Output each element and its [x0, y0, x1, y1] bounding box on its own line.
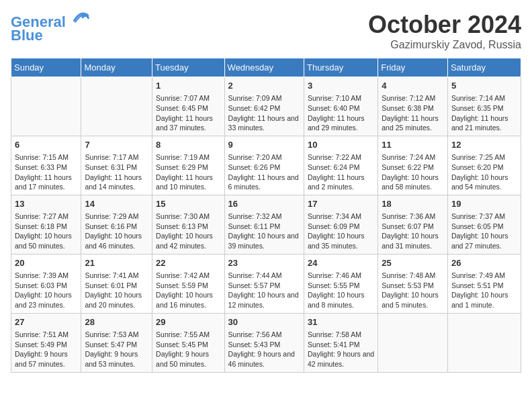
calendar-cell: 12Sunrise: 7:25 AM Sunset: 6:20 PM Dayli…	[447, 136, 521, 195]
day-number: 7	[85, 139, 148, 151]
weekday-header-wednesday: Wednesday	[224, 58, 304, 77]
day-detail: Sunrise: 7:15 AM Sunset: 6:33 PM Dayligh…	[15, 152, 77, 192]
day-number: 26	[451, 257, 517, 269]
calendar-cell	[81, 77, 152, 136]
day-number: 21	[85, 257, 148, 269]
day-detail: Sunrise: 7:17 AM Sunset: 6:31 PM Dayligh…	[85, 152, 148, 192]
calendar-cell: 3Sunrise: 7:10 AM Sunset: 6:40 PM Daylig…	[304, 77, 378, 136]
calendar-cell: 25Sunrise: 7:48 AM Sunset: 5:53 PM Dayli…	[378, 254, 448, 313]
calendar-cell	[378, 313, 448, 372]
calendar-cell: 10Sunrise: 7:22 AM Sunset: 6:24 PM Dayli…	[304, 136, 378, 195]
day-number: 30	[228, 316, 300, 328]
day-number: 10	[308, 139, 374, 151]
weekday-header-thursday: Thursday	[304, 58, 378, 77]
calendar-cell: 20Sunrise: 7:39 AM Sunset: 6:03 PM Dayli…	[11, 254, 81, 313]
day-detail: Sunrise: 7:20 AM Sunset: 6:26 PM Dayligh…	[228, 152, 300, 192]
calendar-cell: 7Sunrise: 7:17 AM Sunset: 6:31 PM Daylig…	[81, 136, 152, 195]
calendar-cell: 31Sunrise: 7:58 AM Sunset: 5:41 PM Dayli…	[304, 313, 378, 372]
calendar-week-row: 1Sunrise: 7:07 AM Sunset: 6:45 PM Daylig…	[11, 77, 521, 136]
calendar-cell	[11, 77, 81, 136]
day-number: 4	[382, 80, 444, 92]
day-detail: Sunrise: 7:37 AM Sunset: 6:05 PM Dayligh…	[451, 212, 517, 251]
day-detail: Sunrise: 7:25 AM Sunset: 6:20 PM Dayligh…	[451, 152, 517, 192]
day-number: 20	[15, 257, 77, 269]
calendar-cell: 1Sunrise: 7:07 AM Sunset: 6:45 PM Daylig…	[152, 77, 224, 136]
day-detail: Sunrise: 7:36 AM Sunset: 6:07 PM Dayligh…	[382, 212, 444, 251]
day-number: 3	[308, 80, 374, 92]
weekday-header-sunday: Sunday	[11, 58, 81, 77]
day-number: 9	[228, 139, 300, 151]
day-detail: Sunrise: 7:19 AM Sunset: 6:29 PM Dayligh…	[156, 152, 220, 192]
day-detail: Sunrise: 7:41 AM Sunset: 6:01 PM Dayligh…	[85, 271, 148, 310]
calendar-cell: 29Sunrise: 7:55 AM Sunset: 5:45 PM Dayli…	[152, 313, 224, 372]
calendar-cell: 27Sunrise: 7:51 AM Sunset: 5:49 PM Dayli…	[11, 313, 81, 372]
day-detail: Sunrise: 7:07 AM Sunset: 6:45 PM Dayligh…	[156, 93, 220, 133]
day-detail: Sunrise: 7:44 AM Sunset: 5:57 PM Dayligh…	[228, 271, 300, 310]
day-detail: Sunrise: 7:29 AM Sunset: 6:16 PM Dayligh…	[85, 212, 148, 251]
weekday-header-tuesday: Tuesday	[152, 58, 224, 77]
calendar-cell: 14Sunrise: 7:29 AM Sunset: 6:16 PM Dayli…	[81, 195, 152, 254]
calendar-cell: 21Sunrise: 7:41 AM Sunset: 6:01 PM Dayli…	[81, 254, 152, 313]
day-number: 31	[308, 316, 374, 328]
calendar-cell: 2Sunrise: 7:09 AM Sunset: 6:42 PM Daylig…	[224, 77, 304, 136]
calendar-cell: 23Sunrise: 7:44 AM Sunset: 5:57 PM Dayli…	[224, 254, 304, 313]
day-number: 12	[451, 139, 517, 151]
day-number: 1	[156, 80, 220, 92]
calendar-cell: 9Sunrise: 7:20 AM Sunset: 6:26 PM Daylig…	[224, 136, 304, 195]
day-number: 6	[15, 139, 77, 151]
day-detail: Sunrise: 7:32 AM Sunset: 6:11 PM Dayligh…	[228, 212, 300, 251]
weekday-header-monday: Monday	[81, 58, 152, 77]
day-detail: Sunrise: 7:53 AM Sunset: 5:47 PM Dayligh…	[85, 330, 148, 369]
day-number: 24	[308, 257, 374, 269]
day-number: 22	[156, 257, 220, 269]
day-number: 28	[85, 316, 148, 328]
day-detail: Sunrise: 7:34 AM Sunset: 6:09 PM Dayligh…	[308, 212, 374, 251]
calendar-cell: 28Sunrise: 7:53 AM Sunset: 5:47 PM Dayli…	[81, 313, 152, 372]
day-detail: Sunrise: 7:27 AM Sunset: 6:18 PM Dayligh…	[15, 212, 77, 251]
day-detail: Sunrise: 7:39 AM Sunset: 6:03 PM Dayligh…	[15, 271, 77, 310]
calendar-cell: 24Sunrise: 7:46 AM Sunset: 5:55 PM Dayli…	[304, 254, 378, 313]
day-number: 19	[451, 198, 517, 210]
title-block: October 2024 Gazimurskiy Zavod, Russia	[368, 11, 521, 51]
day-detail: Sunrise: 7:51 AM Sunset: 5:49 PM Dayligh…	[15, 330, 77, 369]
weekday-header-friday: Friday	[378, 58, 448, 77]
day-number: 8	[156, 139, 220, 151]
day-detail: Sunrise: 7:49 AM Sunset: 5:51 PM Dayligh…	[451, 271, 517, 310]
calendar-week-row: 6Sunrise: 7:15 AM Sunset: 6:33 PM Daylig…	[11, 136, 521, 195]
month-title: October 2024	[368, 11, 521, 39]
day-number: 25	[382, 257, 444, 269]
calendar-week-row: 27Sunrise: 7:51 AM Sunset: 5:49 PM Dayli…	[11, 313, 521, 372]
day-number: 15	[156, 198, 220, 210]
day-number: 23	[228, 257, 300, 269]
day-detail: Sunrise: 7:46 AM Sunset: 5:55 PM Dayligh…	[308, 271, 374, 310]
day-detail: Sunrise: 7:22 AM Sunset: 6:24 PM Dayligh…	[308, 152, 374, 192]
calendar-cell: 16Sunrise: 7:32 AM Sunset: 6:11 PM Dayli…	[224, 195, 304, 254]
page-header: General Blue October 2024 Gazimurskiy Za…	[11, 11, 521, 51]
day-detail: Sunrise: 7:12 AM Sunset: 6:38 PM Dayligh…	[382, 93, 444, 133]
calendar-cell	[447, 313, 521, 372]
day-detail: Sunrise: 7:10 AM Sunset: 6:40 PM Dayligh…	[308, 93, 374, 133]
day-number: 14	[85, 198, 148, 210]
day-detail: Sunrise: 7:14 AM Sunset: 6:35 PM Dayligh…	[451, 93, 517, 133]
day-detail: Sunrise: 7:30 AM Sunset: 6:13 PM Dayligh…	[156, 212, 220, 251]
calendar-cell: 22Sunrise: 7:42 AM Sunset: 5:59 PM Dayli…	[152, 254, 224, 313]
day-detail: Sunrise: 7:55 AM Sunset: 5:45 PM Dayligh…	[156, 330, 220, 369]
day-number: 18	[382, 198, 444, 210]
day-detail: Sunrise: 7:24 AM Sunset: 6:22 PM Dayligh…	[382, 152, 444, 192]
day-number: 5	[451, 80, 517, 92]
day-detail: Sunrise: 7:48 AM Sunset: 5:53 PM Dayligh…	[382, 271, 444, 310]
day-number: 29	[156, 316, 220, 328]
calendar-cell: 6Sunrise: 7:15 AM Sunset: 6:33 PM Daylig…	[11, 136, 81, 195]
logo-icon	[71, 8, 90, 27]
day-detail: Sunrise: 7:58 AM Sunset: 5:41 PM Dayligh…	[308, 330, 374, 369]
calendar-cell: 11Sunrise: 7:24 AM Sunset: 6:22 PM Dayli…	[378, 136, 448, 195]
day-number: 17	[308, 198, 374, 210]
calendar-cell: 8Sunrise: 7:19 AM Sunset: 6:29 PM Daylig…	[152, 136, 224, 195]
day-detail: Sunrise: 7:42 AM Sunset: 5:59 PM Dayligh…	[156, 271, 220, 310]
calendar-week-row: 20Sunrise: 7:39 AM Sunset: 6:03 PM Dayli…	[11, 254, 521, 313]
day-number: 27	[15, 316, 77, 328]
calendar-cell: 19Sunrise: 7:37 AM Sunset: 6:05 PM Dayli…	[447, 195, 521, 254]
day-number: 11	[382, 139, 444, 151]
logo: General Blue	[11, 11, 90, 44]
calendar-cell: 15Sunrise: 7:30 AM Sunset: 6:13 PM Dayli…	[152, 195, 224, 254]
